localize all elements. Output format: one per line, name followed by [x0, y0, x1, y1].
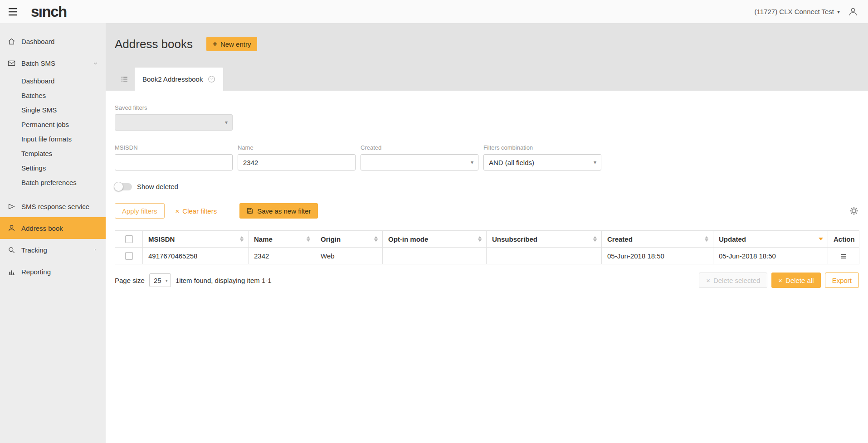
col-header-origin[interactable]: Origin: [315, 231, 383, 248]
filter-group-name: Name: [238, 144, 356, 170]
delete-all-button[interactable]: × Delete all: [771, 273, 820, 288]
col-header-opt-in-mode[interactable]: Opt-in mode: [383, 231, 487, 248]
sidebar-subitem-dashboard[interactable]: Dashboard: [0, 74, 106, 88]
delete-all-x-icon: ×: [778, 277, 782, 284]
new-entry-button[interactable]: + New entry: [206, 37, 257, 51]
chevron-down-icon: [93, 60, 98, 66]
sidebar-item-label: Reporting: [21, 268, 51, 276]
table-header-row: MSISDN Name Origin Opt-in mode: [115, 231, 859, 248]
sort-icons: [307, 236, 310, 242]
account-name: (11727) CLX Connect Test: [755, 8, 834, 15]
sort-icons: [374, 236, 378, 242]
col-header-updated[interactable]: Updated: [713, 231, 828, 248]
sidebar-item-dashboard[interactable]: Dashboard: [0, 30, 106, 52]
table-row: 4917670465258 2342 Web 05-Jun-2018 18:50…: [115, 248, 859, 264]
sidebar-subitem-permanent-jobs[interactable]: Permanent jobs: [0, 117, 106, 132]
topbar: sınch (11727) CLX Connect Test ▾: [0, 0, 868, 23]
delete-x-icon: ×: [706, 277, 710, 284]
export-button[interactable]: Export: [825, 273, 859, 288]
sidebar-item-batch-sms[interactable]: Batch SMS: [0, 52, 106, 74]
search-icon: [7, 246, 16, 254]
page-size-value: 25: [154, 277, 161, 284]
save-filter-label: Save as new filter: [257, 207, 311, 215]
clear-filters-button[interactable]: × Clear filters: [172, 203, 221, 219]
filter-group-msisdn: MSISDN: [115, 144, 233, 170]
tab-bar: Book2 Addressbook: [106, 68, 223, 91]
sidebar-item-reporting[interactable]: Reporting: [0, 261, 106, 282]
sidebar-item-tracking[interactable]: Tracking: [0, 239, 106, 261]
sort-icons: [593, 236, 597, 242]
show-deleted-toggle[interactable]: [115, 183, 132, 190]
cell-name: 2342: [249, 248, 315, 264]
col-header-created[interactable]: Created: [602, 231, 713, 248]
created-select[interactable]: ▾: [361, 154, 478, 170]
sort-icons: [478, 236, 482, 242]
sidebar-subitem-settings[interactable]: Settings: [0, 161, 106, 175]
batch-sms-submenu: Dashboard Batches Single SMS Permanent j…: [0, 74, 106, 195]
user-icon[interactable]: [848, 7, 858, 17]
envelope-icon: [7, 59, 16, 68]
sort-icons: [705, 236, 708, 242]
col-header-unsubscribed[interactable]: Unsubscribed: [487, 231, 602, 248]
delete-all-label: Delete all: [785, 277, 814, 284]
sidebar-item-label: Address book: [21, 224, 63, 232]
filters-combination-select[interactable]: AND (all fields) ▾: [483, 154, 601, 170]
bar-chart-icon: [7, 268, 16, 276]
tab-list-icon[interactable]: [114, 68, 135, 91]
saved-filters-select[interactable]: ▾: [115, 114, 233, 131]
save-filter-button[interactable]: Save as new filter: [239, 203, 317, 219]
new-entry-label: New entry: [220, 40, 251, 48]
table-footer: Page size 25 ▾ 1item found, displaying i…: [115, 273, 859, 288]
col-header-name[interactable]: Name: [249, 231, 315, 248]
page-header-band: Address books + New entry Book2 Addressb…: [106, 23, 868, 91]
show-deleted-label: Show deleted: [137, 183, 178, 190]
row-checkbox[interactable]: [125, 252, 133, 260]
msisdn-input[interactable]: [115, 154, 233, 170]
page-size-select[interactable]: 25 ▾: [149, 273, 171, 287]
sidebar-subitem-batches[interactable]: Batches: [0, 88, 106, 103]
sidebar-item-label: Tracking: [21, 246, 47, 254]
tab-close-icon[interactable]: [208, 75, 215, 83]
col-label: Opt-in mode: [388, 235, 428, 243]
select-all-checkbox[interactable]: [125, 235, 133, 243]
address-book-table: MSISDN Name Origin Opt-in mode: [115, 230, 859, 264]
cell-msisdn: 4917670465258: [143, 248, 249, 264]
sidebar-subitem-batch-preferences[interactable]: Batch preferences: [0, 175, 106, 190]
apply-filters-button[interactable]: Apply filters: [115, 203, 165, 219]
cell-created: 05-Jun-2018 18:50: [602, 248, 713, 264]
settings-gear-icon[interactable]: [849, 206, 859, 216]
cell-unsubscribed: [487, 248, 602, 264]
sidebar-item-address-book[interactable]: Address book: [0, 217, 106, 239]
sort-icons: [240, 236, 244, 242]
sidebar-item-sms-response-service[interactable]: SMS response service: [0, 195, 106, 217]
sidebar-subitem-input-file-formats[interactable]: Input file formats: [0, 132, 106, 146]
sidebar-subitem-single-sms[interactable]: Single SMS: [0, 103, 106, 117]
msisdn-label: MSISDN: [115, 144, 233, 151]
logo[interactable]: sınch: [31, 3, 67, 20]
name-label: Name: [238, 144, 356, 151]
send-icon: [7, 202, 16, 211]
sidebar-item-label: SMS response service: [21, 203, 89, 210]
name-input[interactable]: [238, 154, 356, 170]
col-header-msisdn[interactable]: MSISDN: [143, 231, 249, 248]
chevron-down-icon: ▾: [594, 159, 596, 166]
cell-opt-in-mode: [383, 248, 487, 264]
hamburger-menu-icon[interactable]: [7, 6, 18, 17]
tab-book2-addressbook[interactable]: Book2 Addressbook: [135, 68, 223, 91]
chevron-down-icon: ▾: [166, 278, 168, 283]
sidebar: Dashboard Batch SMS Dashboard Batches Si…: [0, 23, 106, 443]
address-book-icon: [7, 224, 16, 233]
cell-action: [828, 248, 859, 264]
sidebar-subitem-templates[interactable]: Templates: [0, 146, 106, 161]
chevron-left-icon: [93, 247, 98, 253]
col-label: Origin: [321, 235, 341, 243]
select-all-header[interactable]: [115, 231, 143, 248]
row-actions-icon[interactable]: [839, 252, 848, 260]
account-selector[interactable]: (11727) CLX Connect Test ▾: [755, 8, 840, 15]
delete-selected-button[interactable]: × Delete selected: [699, 273, 767, 288]
tab-label: Book2 Addressbook: [142, 75, 203, 83]
sidebar-item-label: Batch SMS: [21, 59, 55, 67]
plus-icon: +: [213, 39, 217, 49]
col-label: Name: [254, 235, 273, 243]
apply-filters-label: Apply filters: [122, 207, 157, 215]
